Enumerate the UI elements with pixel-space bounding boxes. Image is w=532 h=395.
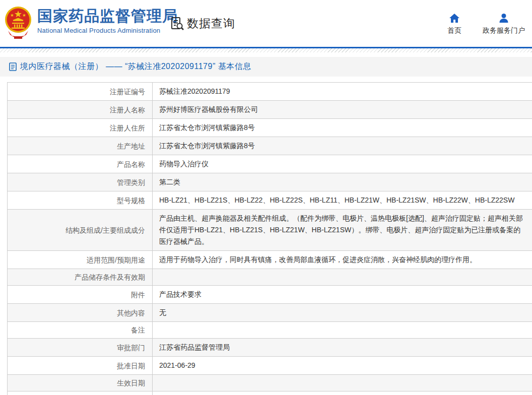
row-label: 生效日期 — [8, 375, 153, 391]
row-value: 药物导入治疗仪 — [153, 155, 532, 173]
nav-home-label: 首页 — [447, 26, 461, 35]
table-row: 产品名称药物导入治疗仪 — [8, 155, 532, 173]
table-row: 结构及组成/主要组成成分产品由主机、超声换能器及相关配件组成。（配件为绑带、电极… — [8, 210, 532, 251]
row-label: 其他内容 — [8, 304, 153, 322]
table-row: 适用范围/预期用途适用于药物导入治疗，同时具有镇痛，改善局部血液循环，促进炎症消… — [8, 251, 532, 269]
row-value: 江苏省药品监督管理局 — [153, 339, 532, 357]
row-label: 管理类别 — [8, 173, 153, 191]
table-row: 批准日期2021-06-29 — [8, 357, 532, 375]
table-row: 管理类别第二类 — [8, 173, 532, 191]
row-value: 2021-06-29 — [153, 357, 532, 375]
row-value: HB-LZ21、HB-LZ21S、HB-LZ22、HB-LZ22S、HB-LZ1… — [153, 191, 532, 210]
person-icon — [498, 12, 510, 24]
row-label: 适用范围/预期用途 — [8, 251, 153, 269]
row-value: 产品技术要求 — [153, 286, 532, 304]
table-row: 有效期至2025-11-03 — [8, 391, 532, 395]
row-label: 审批部门 — [8, 339, 153, 357]
page-header: 国家药品监督管理局 National Medical Products Admi… — [0, 0, 532, 47]
row-value — [153, 375, 532, 391]
top-nav: 首页 政务服务门户 — [447, 12, 525, 35]
row-label: 有效期至 — [8, 391, 153, 395]
table-row: 产品储存条件及有效期 — [8, 269, 532, 286]
row-label: 产品名称 — [8, 155, 153, 173]
device-info-table: 注册证编号苏械注准20202091179注册人名称苏州好博医疗器械股份有限公司注… — [7, 82, 532, 395]
national-emblem-icon — [4, 5, 32, 40]
table-row: 生产地址江苏省太仓市浏河镇紫藤路8号 — [8, 137, 532, 155]
table-row: 型号规格HB-LZ21、HB-LZ21S、HB-LZ22、HB-LZ22S、HB… — [8, 191, 532, 210]
table-row: 注册人住所江苏省太仓市浏河镇紫藤路8号 — [8, 119, 532, 137]
table-row: 附件产品技术要求 — [8, 286, 532, 304]
nav-home[interactable]: 首页 — [447, 12, 461, 35]
row-value: 苏械注准20202091179 — [153, 83, 532, 101]
agency-name-en: National Medical Products Administration — [37, 27, 178, 34]
row-value — [153, 322, 532, 339]
row-label: 注册证编号 — [8, 83, 153, 101]
nav-portal-label: 政务服务门户 — [483, 26, 525, 35]
row-value: 苏州好博医疗器械股份有限公司 — [153, 101, 532, 119]
row-value: 2025-11-03 — [153, 391, 532, 395]
table-row: 备注 — [8, 322, 532, 339]
home-icon — [448, 12, 460, 24]
row-value: 适用于药物导入治疗，同时具有镇痛，改善局部血液循环，促进炎症消散，兴奋神经肌肉的… — [153, 251, 532, 269]
info-table-body: 注册证编号苏械注准20202091179注册人名称苏州好博医疗器械股份有限公司注… — [8, 83, 532, 395]
data-query-heading: 数据查询 — [170, 16, 235, 31]
data-query-label: 数据查询 — [187, 16, 235, 31]
row-label: 产品储存条件及有效期 — [8, 269, 153, 286]
document-search-icon — [170, 16, 185, 31]
page-icon — [9, 62, 17, 71]
row-label: 附件 — [8, 286, 153, 304]
row-value: 产品由主机、超声换能器及相关配件组成。（配件为绑带、电极片、温热电极板[选配]、… — [153, 210, 532, 251]
nav-portal[interactable]: 政务服务门户 — [483, 12, 525, 35]
row-value: 江苏省太仓市浏河镇紫藤路8号 — [153, 119, 532, 137]
row-value: 江苏省太仓市浏河镇紫藤路8号 — [153, 137, 532, 155]
row-label: 结构及组成/主要组成成分 — [8, 210, 153, 251]
table-row: 注册证编号苏械注准20202091179 — [8, 83, 532, 101]
table-row: 生效日期 — [8, 375, 532, 391]
row-value: 无 — [153, 304, 532, 322]
row-label: 型号规格 — [8, 191, 153, 210]
hatch-band — [0, 48, 532, 52]
table-row: 审批部门江苏省药品监督管理局 — [8, 339, 532, 357]
row-value — [153, 269, 532, 286]
breadcrumb: 境内医疗器械（注册） —— “苏械注准20202091179” 基本信息 — [0, 57, 532, 77]
table-row: 注册人名称苏州好博医疗器械股份有限公司 — [8, 101, 532, 119]
row-label: 注册人住所 — [8, 119, 153, 137]
row-label: 备注 — [8, 322, 153, 339]
row-value: 第二类 — [153, 173, 532, 191]
breadcrumb-text: 境内医疗器械（注册） —— “苏械注准20202091179” 基本信息 — [20, 61, 251, 72]
row-label: 批准日期 — [8, 357, 153, 375]
table-row: 其他内容无 — [8, 304, 532, 322]
agency-logo: 国家药品监督管理局 National Medical Products Admi… — [4, 5, 178, 40]
row-label: 生产地址 — [8, 137, 153, 155]
row-label: 注册人名称 — [8, 101, 153, 119]
agency-name-zh: 国家药品监督管理局 — [37, 8, 178, 25]
